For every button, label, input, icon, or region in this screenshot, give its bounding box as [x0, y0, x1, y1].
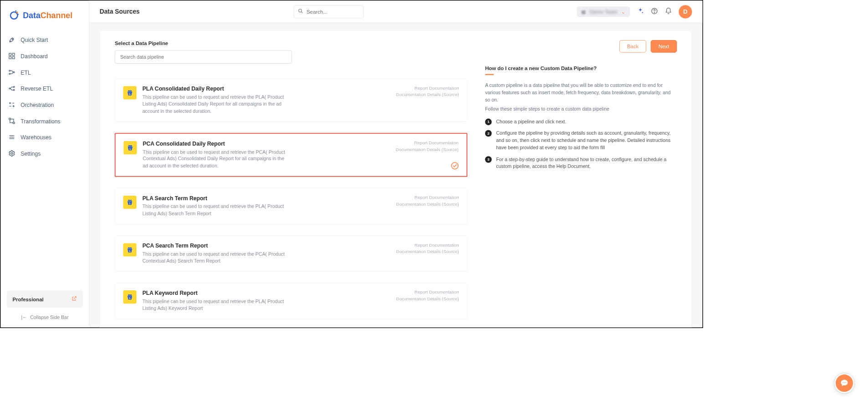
- section-title: Select a Data Pipeline: [115, 40, 292, 46]
- documentation-details-link[interactable]: Documentation Details (Source): [396, 146, 459, 153]
- pipeline-logo-icon: [123, 291, 137, 304]
- help-icon[interactable]: [651, 7, 658, 16]
- svg-rect-6: [12, 53, 15, 56]
- global-search-input[interactable]: [306, 9, 371, 15]
- report-documentation-link[interactable]: Report Documentation: [396, 85, 459, 91]
- info-heading: How do I create a new Custom Data Pipeli…: [485, 65, 677, 71]
- info-step: 1Choose a pipeline and click next.: [485, 118, 677, 126]
- back-button[interactable]: Back: [619, 40, 646, 53]
- pipeline-logo-icon: [123, 141, 137, 154]
- sidebar-item-label: Quick Start: [20, 37, 48, 43]
- info-step: 3For a step-by-step guide to understand …: [485, 156, 677, 170]
- svg-rect-16: [13, 122, 15, 123]
- page-title: Data Sources: [100, 8, 140, 15]
- info-steps: 1Choose a pipeline and click next.2Confi…: [485, 118, 677, 170]
- svg-rect-5: [9, 53, 11, 56]
- svg-point-32: [844, 382, 845, 383]
- sidebar-item-transformations[interactable]: Transformations: [5, 113, 84, 129]
- svg-point-11: [13, 71, 15, 73]
- sidebar: DataChannel Quick Start Dashboard ETL Re…: [1, 1, 89, 328]
- avatar[interactable]: D: [679, 5, 692, 18]
- topbar: Data Sources ▦ Demo Team ⌄: [89, 1, 702, 23]
- report-documentation-link[interactable]: Report Documentation: [396, 242, 459, 248]
- pipeline-card[interactable]: PLA Search Term Report This pipeline can…: [115, 188, 467, 224]
- report-documentation-link[interactable]: Report Documentation: [396, 194, 459, 201]
- brand-part2: Channel: [41, 10, 72, 20]
- svg-point-21: [299, 9, 301, 12]
- collapse-icon: |←: [21, 314, 27, 320]
- sidebar-item-quick-start[interactable]: Quick Start: [5, 32, 84, 48]
- pipeline-logo-icon: [123, 243, 137, 256]
- logo-mark-icon: [8, 10, 20, 21]
- svg-rect-15: [9, 118, 10, 120]
- svg-point-20: [11, 152, 13, 154]
- sidebar-item-warehouses[interactable]: Warehouses: [5, 129, 84, 146]
- step-number: 2: [485, 130, 492, 137]
- svg-point-24: [654, 12, 654, 13]
- pipeline-card[interactable]: PLA Consolidated Daily Report This pipel…: [115, 79, 467, 122]
- svg-point-10: [9, 73, 10, 75]
- step-text: Choose a pipeline and click next.: [496, 118, 566, 126]
- report-documentation-link[interactable]: Report Documentation: [396, 140, 459, 147]
- transformations-icon: [8, 117, 15, 125]
- info-underline: [485, 74, 494, 75]
- account-label: Demo Team: [590, 9, 618, 15]
- plan-badge[interactable]: Professional: [7, 290, 83, 308]
- pipeline-card[interactable]: PCA Search Term Report This pipeline can…: [115, 235, 467, 272]
- sidebar-item-label: Dashboard: [20, 53, 47, 59]
- external-link-icon: [71, 296, 77, 303]
- brand-logo[interactable]: DataChannel: [5, 8, 84, 32]
- report-documentation-link[interactable]: Report Documentation: [396, 289, 459, 296]
- pipeline-search-input[interactable]: [120, 54, 286, 60]
- account-switcher[interactable]: ▦ Demo Team ⌄: [577, 6, 630, 17]
- step-text: For a step-by-step guide to understand h…: [496, 156, 677, 170]
- documentation-details-link[interactable]: Documentation Details (Source): [396, 296, 459, 303]
- sidebar-item-reverse-etl[interactable]: Reverse ETL: [5, 81, 84, 97]
- svg-point-4: [12, 39, 13, 40]
- sidebar-item-label: Settings: [20, 150, 41, 157]
- step-text: Configure the pipeline by providing deta…: [496, 130, 677, 151]
- sidebar-item-settings[interactable]: Settings: [5, 145, 84, 162]
- sidebar-item-label: ETL: [20, 69, 31, 76]
- documentation-details-link[interactable]: Documentation Details (Source): [396, 201, 459, 208]
- svg-point-1: [16, 12, 18, 14]
- next-button[interactable]: Next: [651, 40, 677, 53]
- pipeline-description: This pipeline can be used to request and…: [143, 299, 290, 313]
- gear-icon: [8, 150, 15, 157]
- sidebar-item-label: Transformations: [20, 118, 60, 124]
- step-number: 1: [485, 118, 492, 125]
- selected-check-icon: [451, 162, 459, 169]
- documentation-details-link[interactable]: Documentation Details (Source): [396, 91, 459, 98]
- pipeline-logo-icon: [123, 196, 137, 209]
- etl-icon: [8, 69, 15, 76]
- bell-icon[interactable]: [665, 7, 672, 16]
- svg-point-33: [845, 382, 846, 383]
- sidebar-item-orchestration[interactable]: Orchestration: [5, 96, 84, 113]
- svg-rect-7: [9, 56, 11, 59]
- pipeline-card[interactable]: PLA Keyword Report This pipeline can be …: [115, 283, 467, 319]
- chat-fab[interactable]: [834, 373, 854, 393]
- pipeline-list: PLA Consolidated Daily Report This pipel…: [115, 79, 467, 328]
- reverse-etl-icon: [8, 85, 15, 92]
- info-paragraph-2: Follow these simple steps to create a cu…: [485, 106, 677, 113]
- collapse-sidebar-button[interactable]: |← Collapse Side Bar: [5, 311, 84, 320]
- sidebar-item-label: Warehouses: [20, 134, 51, 140]
- pipeline-description: This pipeline can be used to request and…: [143, 149, 290, 170]
- content-area: Select a Data Pipeline PLA Consolidated …: [89, 23, 702, 327]
- pipeline-search[interactable]: [115, 51, 292, 64]
- pipeline-description: This pipeline can be used to request and…: [143, 203, 290, 218]
- plan-label: Professional: [13, 296, 44, 302]
- documentation-details-link[interactable]: Documentation Details (Source): [396, 248, 459, 255]
- sidebar-item-etl[interactable]: ETL: [5, 64, 84, 81]
- svg-point-13: [13, 89, 15, 91]
- svg-point-9: [9, 70, 10, 71]
- global-search[interactable]: [294, 5, 364, 18]
- pipeline-card[interactable]: PCA Consolidated Daily Report This pipel…: [115, 133, 467, 177]
- dashboard-icon: [8, 52, 15, 60]
- pipeline-description: This pipeline can be used to request and…: [143, 94, 290, 115]
- chat-icon: [840, 379, 849, 388]
- brand-part1: Data: [23, 10, 41, 20]
- info-step: 2Configure the pipeline by providing det…: [485, 130, 677, 151]
- sparkle-icon[interactable]: [637, 7, 644, 16]
- sidebar-item-dashboard[interactable]: Dashboard: [5, 48, 84, 64]
